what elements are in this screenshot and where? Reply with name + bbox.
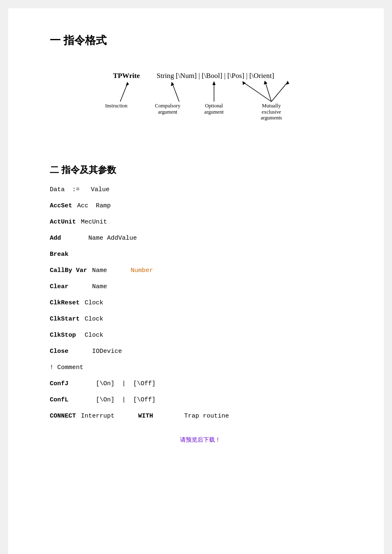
cmd-clkreset: ClkReset Clock bbox=[50, 299, 351, 306]
cmd-accset-name: AccSet bbox=[50, 202, 72, 209]
cmd-connect-interrupt: Interrupt bbox=[81, 413, 114, 420]
cmd-connect-name: CONNECT bbox=[50, 413, 76, 420]
cmd-clkreset-args: Clock bbox=[85, 299, 103, 306]
cmd-break: Break bbox=[50, 251, 351, 258]
svg-text:exclusive: exclusive bbox=[262, 109, 281, 115]
cmd-callbyvar-number: Number bbox=[112, 267, 153, 274]
cmd-clkstop: ClkStop Clock bbox=[50, 332, 351, 339]
instruction-diagram: TPWrite String [\Num] | [\Bool] | [\Pos]… bbox=[50, 60, 351, 143]
cmd-comment: ! Comment bbox=[50, 364, 351, 371]
svg-marker-14 bbox=[243, 81, 246, 85]
svg-text:argument: argument bbox=[158, 109, 178, 115]
svg-line-5 bbox=[173, 84, 179, 102]
cmd-callbyvar-name: CallBy Var bbox=[50, 267, 87, 274]
diagram-svg: TPWrite String [\Num] | [\Bool] | [\Pos]… bbox=[50, 60, 351, 143]
cmd-connect-with: WITH bbox=[119, 413, 153, 420]
cmd-data-text: Data := Value bbox=[50, 186, 110, 193]
svg-marker-10 bbox=[212, 81, 216, 85]
cmd-clkstart-args: Clock bbox=[85, 316, 103, 323]
cmd-connect-trap: Trap routine bbox=[158, 413, 229, 420]
cmd-confl: ConfL [\On] | [\Off] bbox=[50, 396, 351, 403]
cmd-actunit-name: ActUnit bbox=[50, 219, 76, 226]
section2-title: 二 指令及其参数 bbox=[50, 164, 351, 176]
cmd-clkreset-name: ClkReset bbox=[50, 299, 80, 306]
svg-line-13 bbox=[243, 83, 271, 102]
svg-text:Instruction: Instruction bbox=[105, 103, 128, 109]
svg-marker-18 bbox=[286, 80, 290, 85]
cmd-data: Data := Value bbox=[50, 186, 351, 193]
cmd-clear: Clear Name bbox=[50, 283, 351, 290]
svg-text:Optional: Optional bbox=[205, 103, 223, 109]
cmd-close: Close IODevice bbox=[50, 348, 351, 355]
svg-marker-16 bbox=[264, 80, 268, 85]
svg-text:Mutually: Mutually bbox=[262, 103, 281, 109]
cmd-add-args: Name AddValue bbox=[66, 235, 137, 242]
section1-title: 一 指令格式 bbox=[50, 33, 351, 48]
command-list: Data := Value AccSet Acc Ramp ActUnit Me… bbox=[50, 186, 351, 420]
svg-line-2 bbox=[120, 84, 127, 102]
cmd-confl-name: ConfL bbox=[50, 396, 68, 403]
cmd-comment-text: ! Comment bbox=[50, 364, 83, 371]
cmd-accset: AccSet Acc Ramp bbox=[50, 202, 351, 209]
svg-text:String  [\Num] | [\Bool] | [\P: String [\Num] | [\Bool] | [\Pos] | [\Ori… bbox=[157, 72, 274, 80]
cmd-actunit-args: MecUnit bbox=[81, 219, 107, 226]
cmd-add-name: Add bbox=[50, 235, 61, 242]
cmd-confj-name: ConfJ bbox=[50, 380, 68, 387]
footer-text: 请预览后下载！ bbox=[50, 436, 351, 444]
svg-marker-6 bbox=[171, 82, 174, 86]
cmd-callbyvar-name2: Name bbox=[92, 267, 107, 274]
cmd-clear-args: Name bbox=[73, 283, 107, 290]
cmd-clkstop-name: ClkStop bbox=[50, 332, 76, 339]
svg-text:Compulsory: Compulsory bbox=[155, 103, 181, 109]
cmd-clear-name: Clear bbox=[50, 283, 68, 290]
svg-text:arguments: arguments bbox=[261, 115, 282, 121]
cmd-clkstop-args: Clock bbox=[81, 332, 103, 339]
cmd-clkstart: ClkStart Clock bbox=[50, 316, 351, 323]
cmd-close-name: Close bbox=[50, 348, 68, 355]
cmd-confj: ConfJ [\On] | [\Off] bbox=[50, 380, 351, 387]
cmd-break-name: Break bbox=[50, 251, 68, 258]
cmd-connect: CONNECT Interrupt WITH Trap routine bbox=[50, 413, 351, 420]
cmd-clkstart-name: ClkStart bbox=[50, 316, 80, 323]
cmd-close-args: IODevice bbox=[73, 348, 122, 355]
svg-line-17 bbox=[271, 83, 287, 102]
cmd-callbyvar: CallBy Var Name Number bbox=[50, 267, 351, 274]
cmd-confl-args: [\On] | [\Off] bbox=[73, 396, 156, 403]
svg-line-15 bbox=[265, 83, 271, 102]
svg-marker-3 bbox=[126, 82, 129, 86]
cmd-add: Add Name AddValue bbox=[50, 235, 351, 242]
page: 一 指令格式 TPWrite String [\Num] | [\Bool] |… bbox=[8, 8, 384, 554]
cmd-accset-args: Acc Ramp bbox=[77, 202, 111, 209]
cmd-confj-args: [\On] | [\Off] bbox=[73, 380, 156, 387]
svg-text:argument: argument bbox=[205, 109, 224, 115]
cmd-actunit: ActUnit MecUnit bbox=[50, 219, 351, 226]
svg-text:TPWrite: TPWrite bbox=[113, 72, 140, 80]
